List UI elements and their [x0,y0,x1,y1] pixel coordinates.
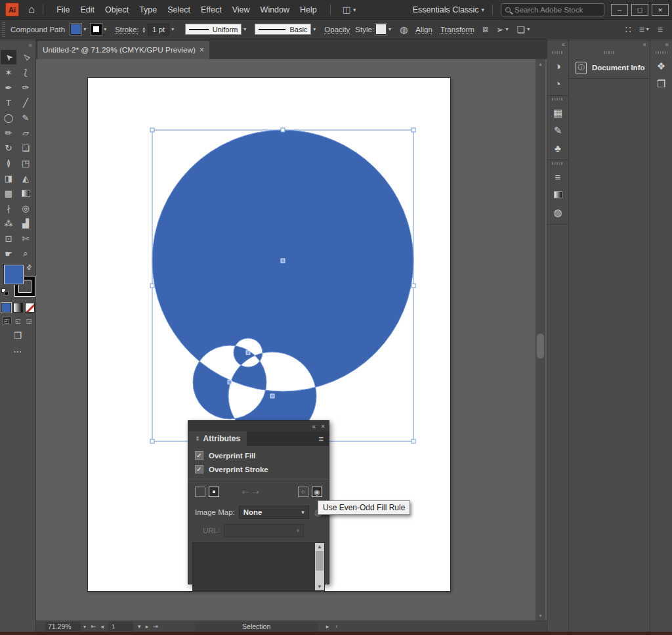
tool-shape-builder-tool[interactable]: ◨ [1,171,16,185]
gradient-button[interactable] [13,303,23,313]
use-nonzero-winding-fill-rule-button[interactable]: ○ [298,487,308,497]
tool-pen-tool[interactable]: ✒ [1,80,16,95]
chevron-down-icon[interactable]: ▾ [104,26,106,32]
selection-handle[interactable] [411,128,415,132]
tool-rotate-tool[interactable]: ↻ [1,141,16,155]
reverse-path-direction-off-button[interactable]: ⇠ [242,487,249,496]
selection-handle[interactable] [411,284,415,288]
chevron-down-icon[interactable]: ▾ [481,7,484,13]
chevron-down-icon[interactable]: ▾ [527,26,530,32]
menu-window[interactable]: Window [255,0,295,20]
workspace-grid-icon[interactable]: ∷ [625,24,631,35]
document-setup-globe-icon[interactable]: ◍ [400,24,408,35]
tool-hand-tool[interactable]: ☛ [1,246,16,261]
zoom-level-field[interactable]: 71.29% [45,622,81,631]
tool-column-graph-tool[interactable]: ▟ [18,216,33,230]
control-bar-menu-icon[interactable]: ≡ [658,24,663,35]
tool-lasso-tool[interactable]: ⟅ [18,65,33,79]
select-similar-icon[interactable]: ➢ [496,24,504,35]
stroke-weight-stepper[interactable]: ▴ ▾ [143,26,146,33]
tool-gradient-tool[interactable] [18,186,33,200]
panel-flow-icon[interactable]: ≡ [639,24,644,35]
tool-free-transform-tool[interactable]: ◳ [18,156,33,170]
tool-slice-tool[interactable]: ✄ [18,231,33,246]
tool-ellipse-tool[interactable]: ◯ [1,110,16,125]
scroll-down-icon[interactable]: ▼ [315,584,324,590]
tool-scale-tool[interactable]: ❏ [18,141,33,155]
collapse-toolbar-icon[interactable]: « [28,41,32,49]
tool-symbol-sprayer-tool[interactable]: ⁂ [1,216,16,230]
gradient-panel-icon[interactable] [547,186,568,204]
selection-handle[interactable] [411,439,415,443]
menu-select[interactable]: Select [162,0,196,20]
document-arrange-icon[interactable]: ◫ [343,5,350,14]
menu-file[interactable]: File [51,0,75,20]
overprint-stroke-checkbox[interactable]: ✓ [195,465,203,473]
show-center-button[interactable] [209,487,219,497]
canvas[interactable]: ▴ ▾ « × ⇕ Attributes ≡ ✓ Overprint Fill [36,59,547,621]
last-artboard-icon[interactable]: ⇥ [153,623,158,630]
first-artboard-icon[interactable]: ⇤ [91,623,96,630]
tool-zoom-tool[interactable]: ⌕ [18,246,33,261]
chevron-down-icon[interactable]: ▾ [138,623,141,630]
close-tab-icon[interactable]: × [200,45,204,55]
symbols-panel-icon[interactable]: ♣ [547,139,568,157]
drag-grip[interactable] [604,51,616,54]
chevron-down-icon[interactable]: ▾ [506,26,509,32]
tool-artboard-tool[interactable]: ⊡ [1,231,16,246]
tool-direct-selection-tool[interactable]: ▻ [18,50,33,64]
selection-handle[interactable] [150,439,154,443]
draw-inside-button[interactable]: ◲ [24,317,34,325]
scroll-up-icon[interactable]: ▲ [315,544,324,550]
tool-blend-tool[interactable]: ◎ [18,201,33,215]
status-angle-left-icon[interactable]: ‹ [335,623,337,630]
tool-mesh-tool[interactable]: ▩ [1,186,16,200]
list-scrollbar[interactable]: ▲ ▼ [315,543,324,590]
brush-definition-dropdown[interactable]: Basic [255,24,311,35]
tool-eyedropper-tool[interactable]: ∤ [1,201,16,215]
scrollbar-thumb[interactable] [537,334,544,359]
menu-object[interactable]: Object [100,0,134,20]
panel-menu-icon[interactable]: ≡ [318,434,329,444]
draw-normal-button[interactable]: ◰ [2,317,12,325]
fill-proxy[interactable] [4,265,24,284]
stroke-color-swatch[interactable] [91,24,102,35]
tool-shaper-tool[interactable]: ✏ [1,125,16,140]
draw-behind-button[interactable]: ◱ [13,317,23,325]
reverse-path-direction-on-button[interactable]: ⇢ [253,487,259,496]
swap-fill-stroke-icon[interactable]: ⇄ [24,263,33,272]
dont-show-center-button[interactable] [195,487,205,497]
chevron-down-icon[interactable]: ▾ [243,26,246,32]
menu-type[interactable]: Type [134,0,162,20]
status-indicator[interactable]: Selection [195,622,318,632]
status-next-icon[interactable]: ▸ [326,623,329,630]
overprint-fill-checkbox[interactable]: ✓ [195,451,203,460]
previous-artboard-icon[interactable]: ◂ [101,623,104,630]
artboard-number-field[interactable]: 1 [108,622,133,631]
chevron-down-icon[interactable]: ▾ [171,26,174,32]
stroke-panel-icon[interactable]: ≡ [547,168,568,186]
fill-color-swatch[interactable] [70,24,81,35]
edit-toolbar-icon[interactable]: ⋯ [0,346,35,357]
document-info-panel-item[interactable]: ⓘ Document Info [569,57,650,79]
chevron-down-icon[interactable]: ▾ [83,624,86,630]
menu-help[interactable]: Help [295,0,322,20]
workspace-switcher[interactable]: Essentials Classic [413,5,479,14]
transparency-panel-icon[interactable]: ◍ [547,204,568,221]
menu-edit[interactable]: Edit [75,0,100,20]
minimize-button[interactable]: – [611,4,628,16]
tool-type-tool[interactable]: T [1,95,16,110]
collapse-panel-icon[interactable]: « [312,423,316,430]
drag-grip[interactable] [552,98,564,100]
scroll-down-icon[interactable]: ▾ [536,613,545,619]
drag-grip[interactable] [552,162,564,165]
tool-paintbrush-tool[interactable]: ✎ [18,110,33,125]
tool-magic-wand-tool[interactable]: ✶ [1,65,16,79]
drag-grip[interactable] [552,51,564,54]
tool-line-segment-tool[interactable]: ╱ [18,95,33,110]
menu-effect[interactable]: Effect [196,0,227,20]
scroll-up-icon[interactable]: ▴ [536,61,545,67]
transform-link[interactable]: Transform [440,26,474,33]
graphic-styles-panel-icon[interactable]: ❐ [650,75,672,93]
chevron-down-icon[interactable]: ▾ [313,26,316,32]
